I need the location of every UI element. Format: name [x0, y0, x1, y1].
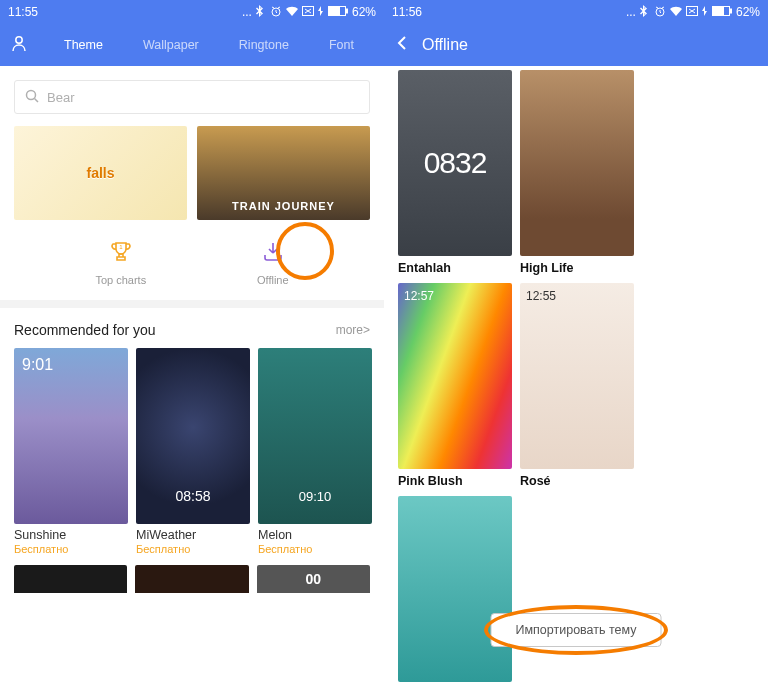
bluetooth-icon	[640, 5, 650, 20]
tab-font[interactable]: Font	[317, 38, 366, 52]
theme-card-oceanbreeze[interactable]: Ocean Breeze	[398, 496, 512, 683]
theme-thumb: 12:55	[520, 283, 634, 469]
tab-ringtone[interactable]: Ringtone	[227, 38, 301, 52]
x-box-icon	[302, 5, 314, 19]
theme-name: MiWeather	[136, 528, 250, 542]
more-link[interactable]: more>	[336, 323, 370, 337]
theme-price: Бесплатно	[258, 543, 372, 555]
banner-2-text: TRAIN JOURNEY	[232, 200, 335, 212]
search-placeholder: Bear	[47, 90, 74, 105]
svg-point-6	[27, 90, 36, 99]
right-screen: 11:56 ... 62% Offline 0832 Entahlah High…	[384, 0, 768, 683]
svg-text:1: 1	[119, 244, 123, 250]
offline-grid: 0832 Entahlah High Life 12:57 Pink Blush…	[384, 66, 768, 683]
theme-card-rose[interactable]: 12:55 Rosé	[520, 283, 634, 488]
wifi-icon	[286, 5, 298, 19]
theme-card-entahlah[interactable]: 0832 Entahlah	[398, 70, 512, 275]
theme-thumb: 12:57	[398, 283, 512, 469]
theme-clock: 12:57	[404, 289, 434, 303]
nav-tabs: Theme Wallpaper Ringtone Font	[44, 38, 374, 52]
peek-card[interactable]	[135, 565, 248, 593]
signal-icon	[702, 5, 708, 19]
theme-price: Бесплатно	[14, 543, 128, 555]
nav-offline[interactable]: Offline	[257, 238, 289, 286]
theme-thumb	[520, 70, 634, 256]
section-title: Recommended for you	[14, 322, 156, 338]
status-bar: 11:56 ... 62%	[384, 0, 768, 24]
status-time: 11:56	[392, 5, 422, 19]
back-icon[interactable]	[396, 35, 408, 55]
theme-name: Rosé	[520, 474, 634, 488]
banner-1[interactable]	[14, 126, 187, 220]
theme-clock: 09:10	[299, 489, 332, 504]
nav-topcharts[interactable]: 1 Top charts	[95, 238, 146, 286]
theme-card-melon[interactable]: 09:10 Melon Бесплатно	[258, 348, 372, 555]
banner-2[interactable]: TRAIN JOURNEY	[197, 126, 370, 220]
header-offline: Offline	[384, 24, 768, 66]
search-input[interactable]: Bear	[14, 80, 370, 114]
theme-clock: 12:55	[526, 289, 556, 303]
x-box-icon	[686, 5, 698, 19]
theme-name: Pink Blush	[398, 474, 512, 488]
battery-percent: 62%	[736, 5, 760, 19]
theme-card-miweather[interactable]: 08:58 MiWeather Бесплатно	[136, 348, 250, 555]
status-right: ... 62%	[242, 5, 376, 20]
import-theme-button[interactable]: Импортировать тему	[491, 613, 662, 647]
theme-name: High Life	[520, 261, 634, 275]
theme-thumb: 09:10	[258, 348, 372, 524]
search-icon	[25, 89, 39, 106]
theme-card-highlife[interactable]: High Life	[520, 70, 634, 275]
tab-theme[interactable]: Theme	[52, 38, 115, 52]
status-right: ... 62%	[626, 5, 760, 20]
theme-clock: 9:01	[22, 356, 53, 374]
bluetooth-icon	[256, 5, 266, 20]
signal-icon	[318, 5, 324, 19]
status-time: 11:55	[8, 5, 38, 19]
peek-card[interactable]: 00	[257, 565, 370, 593]
theme-thumb	[398, 496, 512, 682]
theme-grid: 9:01 Sunshine Бесплатно 08:58 MiWeather …	[0, 348, 384, 555]
svg-rect-3	[346, 9, 348, 13]
nav-offline-label: Offline	[257, 274, 289, 286]
section-header: Recommended for you more>	[0, 308, 384, 348]
trophy-icon: 1	[107, 238, 135, 266]
theme-name: Sunshine	[14, 528, 128, 542]
alarm-icon	[270, 5, 282, 20]
header: Theme Wallpaper Ringtone Font	[0, 24, 384, 66]
nav-topcharts-label: Top charts	[95, 274, 146, 286]
theme-card-pinkblush[interactable]: 12:57 Pink Blush	[398, 283, 512, 488]
battery-icon	[712, 5, 732, 19]
left-screen: 11:55 ... 62%	[0, 0, 384, 683]
battery-icon	[328, 5, 348, 19]
divider	[0, 300, 384, 308]
download-icon	[259, 238, 287, 266]
status-bar: 11:55 ... 62%	[0, 0, 384, 24]
theme-name: Melon	[258, 528, 372, 542]
theme-clock: 08:58	[175, 488, 210, 504]
status-dots: ...	[242, 5, 252, 19]
svg-rect-11	[730, 9, 732, 13]
page-title: Offline	[422, 36, 468, 54]
theme-thumb: 0832	[398, 70, 512, 256]
alarm-icon	[654, 5, 666, 20]
theme-card-sunshine[interactable]: 9:01 Sunshine Бесплатно	[14, 348, 128, 555]
profile-icon[interactable]	[10, 34, 28, 56]
svg-rect-12	[713, 8, 723, 15]
banner-row: TRAIN JOURNEY	[0, 126, 384, 220]
wifi-icon	[670, 5, 682, 19]
battery-percent: 62%	[352, 5, 376, 19]
peek-card[interactable]	[14, 565, 127, 593]
svg-point-5	[16, 37, 22, 43]
status-dots: ...	[626, 5, 636, 19]
peek-row: 00	[0, 555, 384, 593]
theme-thumb: 08:58	[136, 348, 250, 524]
theme-name: Entahlah	[398, 261, 512, 275]
theme-thumb: 9:01	[14, 348, 128, 524]
quick-nav: 1 Top charts Offline	[0, 220, 384, 300]
svg-rect-4	[329, 8, 339, 15]
theme-price: Бесплатно	[136, 543, 250, 555]
tab-wallpaper[interactable]: Wallpaper	[131, 38, 211, 52]
theme-clock: 0832	[424, 146, 487, 180]
